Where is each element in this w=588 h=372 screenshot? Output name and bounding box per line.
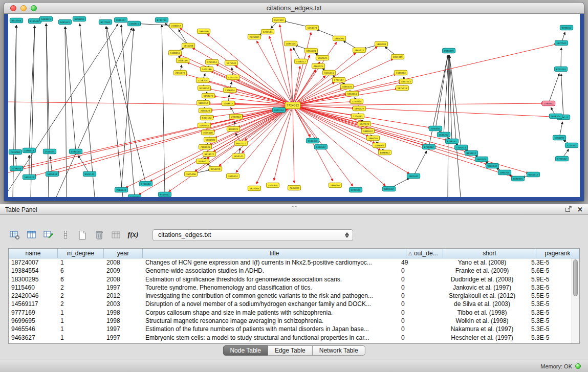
graph-node[interactable]: 1616215 [322,70,335,75]
graph-node[interactable]: 5905134 [46,171,58,177]
column-header-out_de[interactable]: △out_de... [406,249,443,258]
graph-node[interactable]: 7635402 [288,185,300,190]
table-row[interactable]: 1872400712008Changes of HCN gene express… [9,258,572,267]
graph-node[interactable]: 1777147 [332,77,345,82]
graph-node[interactable]: 1927304 [248,186,260,191]
graph-node[interactable]: 8799141 [445,139,458,144]
graph-node[interactable]: 1881752 [197,100,209,105]
column-header-pagerank[interactable]: pagerank [536,249,579,258]
close-button[interactable] [10,5,16,11]
graph-node[interactable]: 9918072 [203,151,215,157]
graph-node[interactable]: 9777161 [99,19,112,25]
graph-node[interactable]: 8504021 [227,126,239,132]
graph-edge[interactable] [413,151,427,176]
graph-node[interactable]: 1964049 [197,29,210,34]
graph-node[interactable]: 1864161 [345,91,358,96]
new-page-icon[interactable] [76,228,89,242]
graph-node[interactable]: 9590612 [560,25,573,30]
table-select-dropdown[interactable]: citations_edges.txt [153,229,353,241]
graph-edge[interactable] [66,27,76,151]
edit-table-icon[interactable] [42,228,55,242]
graph-node[interactable]: 1089562 [373,143,385,148]
graph-node[interactable]: 1691427 [353,106,365,111]
graph-node[interactable]: 9463621 [39,16,52,21]
graph-node[interactable]: 9901442 [486,163,498,168]
graph-edge[interactable] [106,27,123,197]
graph-edge[interactable] [29,26,35,150]
graph-node[interactable]: 1261014 [205,59,218,64]
graph-node[interactable]: 7732642 [139,181,152,186]
graph-node[interactable]: 8934412 [465,150,477,156]
table-row[interactable]: 969969511998Structural magnetic resonanc… [9,317,572,325]
graph-node[interactable]: 1595812 [542,101,555,106]
graph-node[interactable]: 2191641 [429,126,442,131]
graph-node[interactable]: 1344512 [314,144,327,149]
graph-node[interactable]: 1180816 [168,50,181,55]
graph-node[interactable]: 7183439 [199,144,211,149]
graph-node[interactable]: 1039437 [114,17,127,23]
graph-node[interactable]: 1694505 [284,41,297,46]
graph-node[interactable]: 1685420 [340,84,353,89]
graph-node[interactable]: 1093272 [202,93,214,98]
graph-edge[interactable] [561,74,563,117]
graph-node[interactable]: 1220342 [565,143,578,148]
graph-node[interactable]: 1027072 [358,121,371,126]
graph-edge[interactable] [80,24,95,197]
graph-node[interactable]: 1664091 [333,36,345,41]
graph-node[interactable]: 1961201 [304,48,317,53]
graph-node[interactable]: 1224501 [349,187,362,192]
graph-node[interactable]: 1608119 [176,58,189,63]
window-titlebar[interactable]: citations_edges.txt [4,3,584,14]
graph-node[interactable]: 8277414 [554,67,567,72]
graph-node[interactable]: 9572302 [272,17,285,23]
graph-node[interactable]: 1627041 [555,40,568,46]
graph-node[interactable]: 1590513 [23,148,35,153]
graph-node[interactable]: 1178204 [196,78,209,83]
graph-edge[interactable] [57,105,293,173]
close-icon[interactable]: ✕ [577,206,583,213]
graph-edge[interactable] [293,105,294,183]
graph-node[interactable]: 1875516 [396,85,408,91]
table-row[interactable]: 1830029562008Estimation of significance … [9,275,572,283]
graph-node[interactable]: 1204192 [553,135,565,140]
graph-node[interactable]: 9699691 [73,16,85,21]
graph-edge[interactable] [269,36,293,105]
graph-edge[interactable] [207,34,293,105]
table-row[interactable]: 2242004622012Investigating the contribut… [9,292,572,300]
graph-node[interactable]: 1659204 [549,114,562,119]
graph-edge[interactable] [207,105,293,159]
graph-node[interactable]: 9441172 [234,141,247,146]
graph-edge[interactable] [293,105,529,173]
graph-node[interactable]: 1524814 [266,183,279,188]
delete-icon[interactable] [93,228,106,242]
graph-node[interactable]: 4961325 [312,63,324,69]
graph-node[interactable]: 1944879 [442,48,455,53]
minimize-button[interactable] [20,5,27,11]
graph-edge[interactable] [293,103,544,105]
graph-edge[interactable] [121,25,135,197]
tab-network-table[interactable]: Network Table [313,345,365,356]
graph-node[interactable]: 1558212 [294,59,307,64]
graph-node[interactable]: 9367192 [200,115,213,120]
graph-node[interactable]: 1653141 [232,154,245,159]
graph-node[interactable]: 1425186 [200,67,213,72]
graph-node[interactable]: 4275124 [226,75,239,80]
column-header-short[interactable]: short [443,249,536,258]
graph-node[interactable]: 2051170 [173,70,186,75]
graph-node[interactable]: 9253220 [209,166,222,171]
panel-resize-handle[interactable] [292,206,296,207]
graph-node[interactable]: 2204061 [351,114,364,119]
graph-node[interactable]: 1221544 [261,29,274,34]
graph-node[interactable]: 1884097 [329,183,341,188]
tab-edge-table[interactable]: Edge Table [268,345,313,356]
graph-edge[interactable] [31,26,35,197]
graph-node[interactable]: 9734450 [198,85,210,91]
show-columns-icon[interactable] [25,228,38,242]
graph-node[interactable]: 1641202 [437,132,450,137]
graph-node[interactable]: 1961372 [353,48,365,53]
float-icon[interactable] [565,205,572,214]
graph-node[interactable]: 1092445 [198,123,210,128]
graph-node[interactable]: 8096912 [378,150,391,155]
column-header-name[interactable]: name [9,249,58,258]
vertical-scrollbar[interactable] [572,258,579,343]
